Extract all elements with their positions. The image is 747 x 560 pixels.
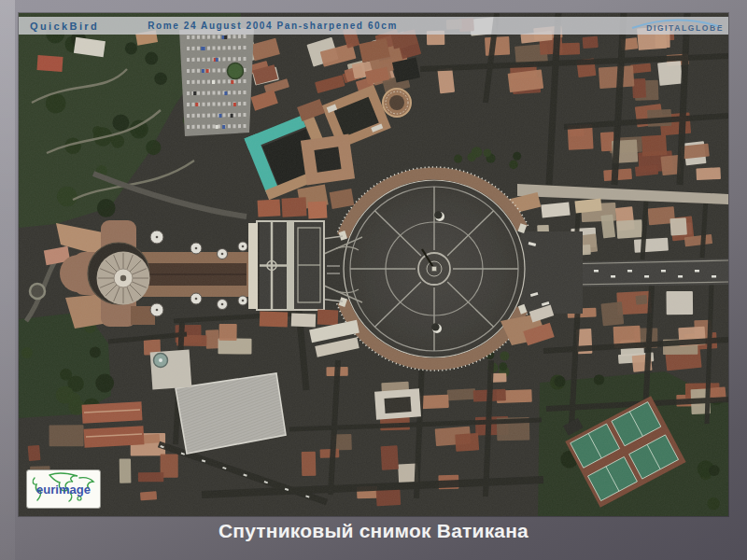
eurimage-label: eurimage — [27, 483, 100, 497]
globe-swoosh-icon — [630, 18, 720, 29]
acquisition-details: Rome 24 August 2004 Pan-sharpened 60cm — [148, 21, 398, 31]
slide-edge-highlight — [0, 0, 15, 560]
eurimage-logo: eurimage — [26, 469, 101, 509]
digitalglobe-logo: DIGITALGLOBE — [630, 18, 724, 35]
satellite-image: QuickBird Rome 24 August 2004 Pan-sharpe… — [19, 13, 728, 516]
slide-caption: Спутниковый снимок Ватикана — [0, 520, 747, 542]
satellite-scene — [19, 13, 728, 516]
presentation-slide: { "slide": { "caption": "Спутниковый сни… — [0, 0, 747, 560]
image-header-strip: QuickBird Rome 24 August 2004 Pan-sharpe… — [19, 17, 728, 35]
sensor-label: QuickBird — [30, 21, 99, 32]
